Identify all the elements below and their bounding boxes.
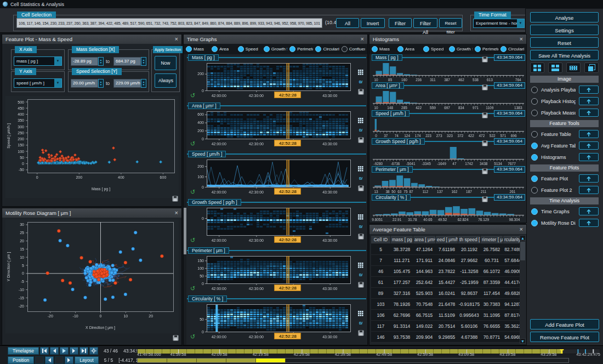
checkbox-circle[interactable] [212, 46, 218, 52]
checkbox-circle[interactable] [289, 46, 295, 52]
checkbox-circle[interactable] [397, 46, 403, 52]
next-frame-icon[interactable] [70, 347, 78, 355]
prev-frame-icon[interactable] [50, 347, 59, 355]
add-feature-plot-button[interactable]: Add Feature Plot [530, 319, 599, 329]
position-segment[interactable] [256, 359, 286, 362]
chevron-down-icon[interactable]: ▼ [54, 57, 61, 65]
next-position-icon[interactable] [65, 356, 73, 364]
motility-rose-canvas[interactable] [5, 219, 179, 333]
scroll-down-icon[interactable]: ▼ [520, 338, 526, 344]
layout-split-icon[interactable] [548, 62, 562, 73]
checkbox-circle[interactable] [531, 175, 538, 182]
checkbox-circle[interactable] [531, 187, 538, 194]
close-icon[interactable]: × [520, 226, 523, 232]
grid-view-icon[interactable] [358, 67, 363, 77]
axis-scale-icon[interactable]: 0/ [359, 321, 363, 326]
table-row[interactable]: 11791.3314149.02220.75145.6010676.665535… [371, 321, 523, 332]
time-graphs-scrollbar[interactable] [184, 54, 186, 345]
sidebar-item-analysis-playback[interactable]: Analysis Playback [530, 84, 599, 95]
settings-button[interactable]: Settings [530, 25, 599, 35]
tg-area-canvas[interactable] [188, 110, 352, 150]
save-plot-icon[interactable] [173, 333, 179, 343]
tg-perimeter-canvas[interactable] [188, 255, 352, 295]
table-row[interactable]: 14693.7538209.9049.298554.6738870.877154… [371, 332, 523, 343]
chevron-down-icon[interactable]: ▼ [54, 79, 61, 87]
checkbox-circle[interactable] [531, 110, 538, 116]
reset-zoom-icon[interactable]: ↺ [190, 286, 195, 291]
prev-position-icon[interactable] [45, 356, 54, 364]
save-graph-icon[interactable] [358, 184, 364, 194]
all-button[interactable]: All [336, 18, 359, 28]
reset-zoom-icon[interactable]: ↺ [190, 141, 195, 146]
scroll-up-icon[interactable]: ▲ [520, 235, 526, 241]
axis-scale-icon[interactable]: 0/ [359, 273, 363, 277]
save-graph-icon[interactable] [358, 135, 364, 145]
spinner-arrows-icon[interactable]: ▲▼ [98, 57, 104, 66]
close-icon[interactable]: × [175, 36, 178, 42]
checkbox-circle[interactable] [449, 46, 455, 52]
save-graph-icon[interactable] [358, 87, 364, 97]
time-graphs-checkbox-perimeter[interactable]: Perimeter [289, 46, 313, 52]
checkbox-circle[interactable] [186, 46, 192, 52]
mass-from-spinner[interactable]: -28.89 pg ▲▼ [71, 57, 104, 66]
checkbox-circle[interactable] [500, 46, 507, 52]
grid-view-icon[interactable] [358, 164, 363, 174]
column-header[interactable]: th speed [ p [458, 236, 481, 244]
timelapse-button[interactable]: Timelapse [8, 347, 39, 355]
save-all-time-analysis-button[interactable]: Save All Time Analysis [530, 50, 599, 60]
time-graphs-checkbox-speed[interactable]: Speed [238, 46, 261, 52]
table-scrollbar[interactable]: ▲ ▼ [520, 235, 526, 344]
save-plot-icon[interactable] [172, 194, 178, 204]
reset-zoom-icon[interactable]: ↺ [190, 189, 195, 195]
upload-button[interactable] [579, 186, 599, 194]
table-row[interactable]: 46105.475144.96323.7822-11.325866.107246… [371, 266, 523, 277]
grid-view-icon[interactable] [358, 116, 363, 126]
upload-button[interactable] [579, 86, 599, 94]
sidebar-item-feature-plot-2[interactable]: Feature Plot 2 [530, 184, 599, 196]
speed-from-spinner[interactable]: 20.00 μm/h ▲▼ [71, 79, 104, 88]
scrollbar-thumb[interactable] [184, 208, 186, 254]
position-button[interactable]: Position [8, 356, 34, 364]
mass-to-spinner[interactable]: 684.37 pg ▲▼ [113, 57, 146, 66]
reset-button[interactable]: Reset [530, 37, 599, 48]
scrollbar-thumb[interactable] [520, 242, 525, 260]
close-icon[interactable]: × [520, 36, 523, 42]
sidebar-item-playback-measurement[interactable]: Playback Measurement [530, 107, 599, 118]
column-header[interactable]: Cell ID [371, 236, 391, 244]
histograms-checkbox-perimeter[interactable]: Perimeter [475, 46, 498, 52]
histograms-checkbox-mass[interactable]: Mass [372, 46, 395, 52]
checkbox-circle[interactable] [531, 208, 538, 215]
skip-start-icon[interactable] [40, 347, 49, 355]
table-row[interactable]: 61177.257252.64215.4427-25.195987.335944… [371, 277, 523, 288]
layout-grid-icon[interactable] [530, 62, 544, 73]
spinner-arrows-icon[interactable]: ▲▼ [141, 79, 146, 88]
tg-speed-canvas[interactable] [188, 158, 352, 198]
sidebar-item-playback-histogram[interactable]: Playback Histogram [530, 95, 599, 107]
checkbox-circle[interactable] [342, 46, 348, 52]
layout-button[interactable]: Layout [75, 356, 99, 364]
checkbox-circle[interactable] [531, 143, 538, 149]
sidebar-item-histograms[interactable]: Histograms [530, 151, 599, 163]
h-growth-canvas[interactable] [372, 145, 526, 166]
apply-always-button[interactable]: Always [155, 73, 177, 88]
h-circularity-canvas[interactable] [372, 201, 526, 221]
column-header[interactable]: rimeter [ μn [481, 236, 503, 244]
table-row[interactable]: 89327.316525.90316.024192.8637117.45449.… [371, 288, 523, 299]
table-row[interactable]: 538.372847.12647.6119820.119226.758282.7… [371, 244, 523, 255]
upload-button[interactable] [579, 219, 599, 227]
checkbox-circle[interactable] [238, 46, 244, 52]
sidebar-item-feature-table[interactable]: Feature Table [530, 128, 599, 140]
column-header[interactable]: eed [ μm/h [436, 236, 458, 244]
checkbox-circle[interactable] [423, 46, 429, 52]
upload-button[interactable] [579, 207, 599, 215]
column-header[interactable]: area [ μm² ] [413, 236, 436, 244]
grid-view-icon[interactable] [358, 212, 363, 222]
histograms-checkbox-speed[interactable]: Speed [423, 46, 447, 52]
checkbox-circle[interactable] [531, 98, 538, 105]
checkbox-circle[interactable] [475, 46, 481, 52]
skip-end-icon[interactable] [79, 347, 88, 355]
spinner-arrows-icon[interactable]: ▲▼ [141, 57, 146, 66]
reset-filter-button[interactable]: Reset filter [439, 18, 462, 28]
checkbox-circle[interactable] [264, 46, 270, 52]
sidebar-item-feature-plot[interactable]: Feature Plot [530, 173, 599, 184]
